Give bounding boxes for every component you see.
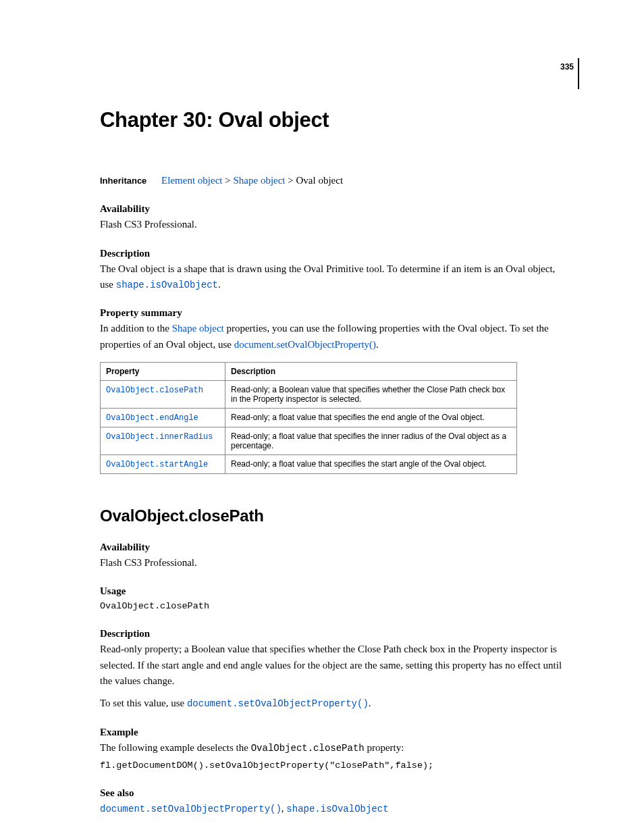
availability-heading: Availability <box>100 203 570 215</box>
table-header-description: Description <box>225 362 517 380</box>
table-header-row: Property Description <box>101 362 517 380</box>
example-heading: Example <box>100 727 570 738</box>
property-summary-heading: Property summary <box>100 307 570 319</box>
setvalue-link[interactable]: document.setOvalObjectProperty() <box>187 698 369 709</box>
table-desc: Read-only; a float value that specifies … <box>225 427 517 454</box>
section-availability-heading: Availability <box>100 542 570 553</box>
setvalue-pre: To set this value, use <box>100 698 187 708</box>
propsum-link-setovalprop[interactable]: document.setOvalObjectProperty() <box>234 339 376 350</box>
table-desc: Read-only; a float value that specifies … <box>225 454 517 473</box>
description-heading: Description <box>100 248 570 259</box>
table-row: OvalObject.innerRadius Read-only; a floa… <box>101 427 517 454</box>
table-header-property: Property <box>101 362 225 380</box>
description-link-isovalobject[interactable]: shape.isOvalObject <box>116 280 218 290</box>
example-post: property: <box>365 742 404 753</box>
inheritance-sep1: > <box>223 175 234 186</box>
section-availability-text: Flash CS3 Professional. <box>100 555 570 571</box>
availability-text: Flash CS3 Professional. <box>100 217 570 232</box>
inheritance-tail: > Oval object <box>286 175 344 186</box>
seealso-heading: See also <box>100 787 570 799</box>
inheritance-label: Inheritance <box>100 174 146 188</box>
property-table: Property Description OvalObject.closePat… <box>100 362 517 474</box>
table-prop-link[interactable]: OvalObject.closePath <box>106 386 203 395</box>
table-desc: Read-only; a float value that specifies … <box>225 408 517 427</box>
table-row: OvalObject.endAngle Read-only; a float v… <box>101 408 517 427</box>
example-pre: The following example deselects the <box>100 742 251 753</box>
inheritance-line: Inheritance Element object > Shape objec… <box>100 173 570 188</box>
section-title: OvalObject.closePath <box>100 506 570 525</box>
page: 335 Chapter 30: Oval object Inheritance … <box>0 0 644 834</box>
example-text: The following example deselects the Oval… <box>100 740 570 756</box>
table-prop-link[interactable]: OvalObject.endAngle <box>106 413 198 423</box>
example-inline-code: OvalObject.closePath <box>251 743 365 754</box>
seealso-link-1[interactable]: document.setOvalObjectProperty() <box>100 804 281 814</box>
section-description-text: Read-only property; a Boolean value that… <box>100 642 570 689</box>
table-prop-link[interactable]: OvalObject.innerRadius <box>106 432 213 442</box>
inheritance-link-element-object[interactable]: Element object <box>161 175 222 186</box>
table-desc: Read-only; a Boolean value that specifie… <box>225 380 517 408</box>
description-text: The Oval object is a shape that is drawn… <box>100 261 570 293</box>
inheritance-link-shape-object[interactable]: Shape object <box>233 175 285 186</box>
section-description-heading: Description <box>100 628 570 640</box>
property-summary-text: In addition to the Shape object properti… <box>100 321 570 353</box>
section-setvalue-text: To set this value, use document.setOvalO… <box>100 696 570 712</box>
table-row: OvalObject.closePath Read-only; a Boolea… <box>101 380 517 408</box>
propsum-pre: In addition to the <box>100 323 172 334</box>
setvalue-post: . <box>369 698 371 708</box>
seealso-text: document.setOvalObjectProperty(), shape.… <box>100 801 570 817</box>
usage-heading: Usage <box>100 585 570 597</box>
description-post: . <box>218 279 221 290</box>
seealso-link-2[interactable]: shape.isOvalObject <box>286 804 388 814</box>
usage-code: OvalObject.closePath <box>100 600 570 613</box>
table-row: OvalObject.startAngle Read-only; a float… <box>101 454 517 473</box>
chapter-title: Chapter 30: Oval object <box>100 108 570 132</box>
page-number-rule <box>578 58 579 89</box>
example-codeblock: fl.getDocumentDOM().setOvalObjectPropert… <box>100 759 570 773</box>
page-number: 335 <box>560 62 574 72</box>
propsum-post: . <box>376 339 379 350</box>
propsum-link-shape-object[interactable]: Shape object <box>172 323 224 334</box>
table-prop-link[interactable]: OvalObject.startAngle <box>106 460 208 469</box>
